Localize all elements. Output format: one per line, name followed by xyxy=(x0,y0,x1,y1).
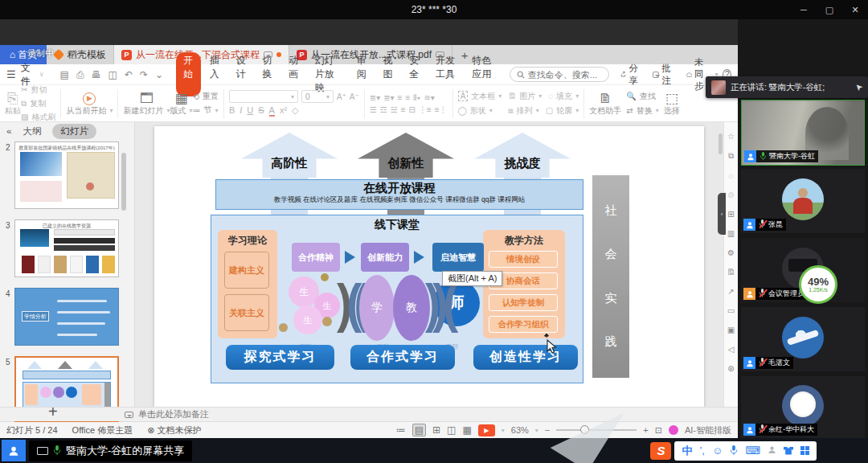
zoom-in-button[interactable]: + xyxy=(643,425,648,435)
speaker-tool-icon[interactable]: ◁︎ xyxy=(728,345,735,354)
font-color-button[interactable]: A xyxy=(269,105,275,117)
paragraph-tools[interactable]: ≣▾≣▾≡≡⫴▾≋▾ ☰☲☱≡⊟⋮≡≡⋮ xyxy=(370,93,448,114)
print-icon[interactable]: 🖶 xyxy=(92,69,101,80)
maximize-button[interactable]: ▢ xyxy=(817,0,842,19)
screen-share-pill[interactable]: 暨南大学-谷虹的屏幕共享 xyxy=(29,440,192,461)
participant-tile-guhong[interactable]: 暨南大学-谷虹 xyxy=(741,100,865,166)
ime-lang-toggle[interactable]: 中 xyxy=(682,444,692,458)
image-tool-icon[interactable]: 🖻 xyxy=(727,268,735,277)
replace-button[interactable]: ⇄替换▾ xyxy=(626,105,658,117)
slide-thumbnail-4[interactable]: 4 学情分析 xyxy=(0,288,135,346)
skin-icon[interactable] xyxy=(784,447,793,455)
reading-view-icon[interactable]: ◫ xyxy=(447,424,456,436)
slide-thumbnail-2[interactable]: 2 教育部首批国家级精品在线开放课程(2017年) xyxy=(0,141,135,209)
panel-collapse-handle[interactable]: ‹ xyxy=(718,193,726,235)
cut-button[interactable]: ✂剪切 xyxy=(21,84,55,96)
notes-bar[interactable]: 单击此处添加备注 xyxy=(0,407,738,421)
download-tool-icon[interactable]: ⊛ xyxy=(727,364,734,373)
sorter-view-icon[interactable]: ⊞ xyxy=(432,424,440,436)
arrow-gaojiexing[interactable]: 高阶性 xyxy=(241,133,338,178)
method-1[interactable]: 情境创设 xyxy=(489,251,558,268)
select-button[interactable]: ⬚选择 xyxy=(664,92,680,115)
minimize-button[interactable]: ─ xyxy=(791,0,817,19)
font-name-select[interactable]: ▾ xyxy=(229,90,298,103)
protection-status[interactable]: ⊗ 文档未保护 xyxy=(147,424,201,436)
play-from-current-button[interactable]: ▶ 从当前开始▾ xyxy=(66,92,113,115)
docer-template-tab[interactable]: 稻壳模板 xyxy=(47,45,114,64)
social-practice-bar[interactable]: 社会 实践 xyxy=(592,175,629,378)
share-button[interactable]: 分享 xyxy=(620,63,641,87)
flow-innovation[interactable]: 创新能力 xyxy=(361,243,409,272)
highlight-button[interactable]: ◇ xyxy=(292,105,298,117)
normal-view-icon[interactable]: ▤ xyxy=(412,424,426,436)
font-decrease-button[interactable]: A⁻ xyxy=(350,92,359,101)
canvas-scrollbar[interactable] xyxy=(719,133,723,154)
underline-button[interactable]: U xyxy=(247,105,253,117)
ime-punct-toggle[interactable]: ’, xyxy=(699,445,705,457)
flow-cooperation[interactable]: 合作精神 xyxy=(292,243,340,272)
shapes-tool-icon[interactable]: ◌ xyxy=(729,171,734,180)
share-tool-icon[interactable]: ↗ xyxy=(727,287,734,296)
reset-button[interactable]: ⟲重置 xyxy=(193,91,219,102)
copy-button[interactable]: ⧉复制 xyxy=(21,98,55,109)
emoji-icon[interactable]: ☺ xyxy=(712,445,723,457)
redo-icon[interactable]: ↷ xyxy=(140,69,148,80)
tab-security[interactable]: 安全 xyxy=(402,52,427,96)
search-input[interactable] xyxy=(528,70,602,80)
toolbox-icon[interactable] xyxy=(800,446,809,455)
format-painter-button[interactable]: ▨格式刷 xyxy=(21,112,55,123)
arrange-button[interactable]: ⧈排列▾▢轮廓▾ xyxy=(508,105,579,117)
method-4[interactable]: 合作学习组织 xyxy=(489,316,558,333)
offline-class-box[interactable]: 线下课堂 学习理论 建构主义 关联主义 合作精神 创新能力 启迪智慧 xyxy=(211,215,583,383)
export-icon[interactable]: ⎙ xyxy=(76,69,84,80)
arrow-tiaozhandu[interactable]: 挑战度 xyxy=(474,133,571,178)
theory-constructivism[interactable]: 建构主义 xyxy=(224,252,269,289)
tab-view[interactable]: 视图 xyxy=(375,52,400,96)
participant-tile-yuhong[interactable]: 余红-华中科大 xyxy=(741,376,865,438)
participant-tile-zhangkun[interactable]: 张昆 xyxy=(741,169,865,233)
fit-screen-icon[interactable]: ⊡ xyxy=(655,425,662,436)
grid-tool-icon[interactable]: ⊞ xyxy=(727,210,734,219)
slideshow-play-button[interactable]: ▶ xyxy=(478,424,495,436)
layout-button[interactable]: ▦ 版式▾ xyxy=(170,92,192,115)
participant-tile-maozhanwen[interactable]: 毛湛文 xyxy=(741,307,865,371)
method-3[interactable]: 认知学徒制 xyxy=(489,294,558,311)
note-tool-icon[interactable]: ▭ xyxy=(727,306,735,315)
undo-icon[interactable]: ↶ xyxy=(125,69,133,80)
bold-button[interactable]: B xyxy=(229,105,235,117)
zoom-out-button[interactable]: − xyxy=(545,425,550,435)
student-circle[interactable]: 生 xyxy=(293,305,322,334)
learning-theory-panel[interactable]: 学习理论 建构主义 关联主义 xyxy=(218,230,277,338)
chart-tool-icon[interactable]: ▥ xyxy=(727,229,735,238)
ai-layout-label[interactable]: AI-智能排版 xyxy=(685,424,731,436)
meeting-app-icon[interactable] xyxy=(2,440,26,461)
sidebar-collapse-button[interactable]: « xyxy=(6,126,11,136)
paste-button[interactable]: ⎘粘贴 xyxy=(5,92,21,115)
preview-icon[interactable]: ◫ xyxy=(108,69,117,80)
find-button[interactable]: 🔍查找 xyxy=(626,91,658,102)
theory-connectivism[interactable]: 关联主义 xyxy=(224,294,269,331)
strike-button[interactable]: S xyxy=(258,105,264,117)
zoom-level[interactable]: 63% xyxy=(511,425,529,435)
record-view-icon[interactable]: ▦ xyxy=(462,424,471,436)
learn-ellipse[interactable]: 学 xyxy=(359,275,395,341)
account-icon[interactable] xyxy=(768,445,776,457)
settings-tool-icon[interactable]: ⚙ xyxy=(727,248,735,257)
sogou-logo-icon[interactable]: S xyxy=(650,442,671,460)
button-creative-learning[interactable]: 创造性学习 xyxy=(473,345,578,370)
superscript-button[interactable]: x² xyxy=(280,105,287,117)
current-slide[interactable]: 高阶性 创新性 挑战度 在线开放课程 教学视频 在线讨论区及题库 在线视频案例库… xyxy=(154,126,704,407)
font-size-select[interactable]: 0▾ xyxy=(301,90,334,103)
online-course-box[interactable]: 在线开放课程 教学视频 在线讨论区及题库 在线视频案例库 微信公众号 课程微信群… xyxy=(215,179,583,210)
button-inquiry-learning[interactable]: 探究式学习 xyxy=(226,345,334,370)
slide-thumbnail-3[interactable]: 3 已建立的在线教学资源 xyxy=(0,219,135,277)
save-icon[interactable]: ▤ xyxy=(60,69,69,80)
tab-home[interactable]: 开始 xyxy=(176,52,201,96)
new-slide-button[interactable]: 🗔 新建幻灯片▾ xyxy=(123,92,170,115)
font-increase-button[interactable]: A⁺ xyxy=(337,92,346,101)
picture-button[interactable]: 🖻图片▾◌填充▾ xyxy=(508,91,579,102)
tab-outline[interactable]: 大纲 xyxy=(23,125,41,137)
keyboard-icon[interactable]: ⌨ xyxy=(745,445,760,457)
restore-arrow-icon[interactable]: ➤ xyxy=(853,81,866,94)
textbox-button[interactable]: A文本框▾ xyxy=(458,91,502,102)
